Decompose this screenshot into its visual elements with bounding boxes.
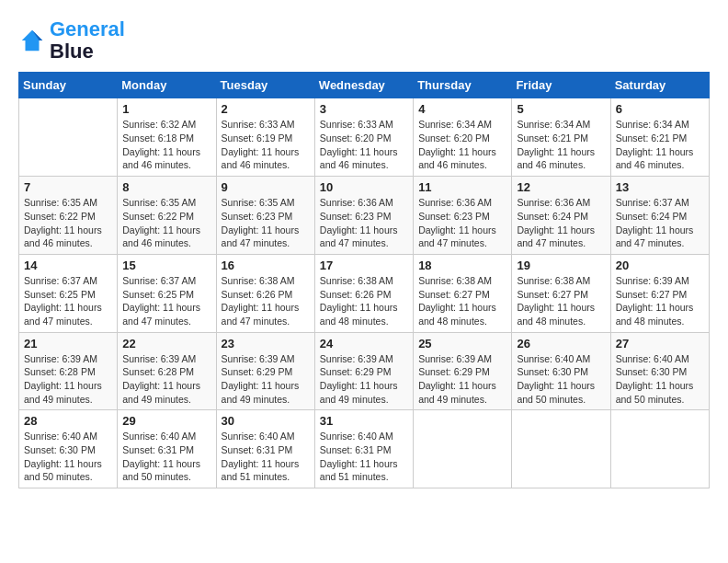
day-cell: 17Sunrise: 6:38 AM Sunset: 6:26 PM Dayli… bbox=[314, 254, 413, 332]
day-info: Sunrise: 6:39 AM Sunset: 6:28 PM Dayligh… bbox=[24, 352, 112, 407]
day-info: Sunrise: 6:37 AM Sunset: 6:25 PM Dayligh… bbox=[24, 274, 112, 328]
day-number: 10 bbox=[320, 180, 408, 194]
day-number: 19 bbox=[517, 259, 605, 272]
day-header-tuesday: Tuesday bbox=[216, 73, 314, 98]
day-cell bbox=[610, 410, 709, 488]
day-info: Sunrise: 6:40 AM Sunset: 6:31 PM Dayligh… bbox=[222, 430, 310, 484]
day-number: 30 bbox=[222, 414, 310, 428]
day-cell: 22Sunrise: 6:39 AM Sunset: 6:28 PM Dayli… bbox=[118, 332, 216, 410]
day-cell: 4Sunrise: 6:34 AM Sunset: 6:20 PM Daylig… bbox=[414, 98, 512, 177]
day-number: 14 bbox=[24, 259, 112, 272]
day-number: 23 bbox=[222, 337, 310, 350]
day-info: Sunrise: 6:40 AM Sunset: 6:30 PM Dayligh… bbox=[517, 352, 605, 407]
day-number: 11 bbox=[418, 180, 506, 194]
day-cell: 10Sunrise: 6:36 AM Sunset: 6:23 PM Dayli… bbox=[314, 177, 413, 255]
day-number: 15 bbox=[122, 259, 210, 272]
day-info: Sunrise: 6:34 AM Sunset: 6:21 PM Dayligh… bbox=[616, 118, 704, 172]
day-number: 22 bbox=[122, 337, 210, 350]
day-cell: 18Sunrise: 6:38 AM Sunset: 6:27 PM Dayli… bbox=[414, 254, 512, 332]
day-info: Sunrise: 6:39 AM Sunset: 6:29 PM Dayligh… bbox=[418, 352, 506, 407]
day-number: 7 bbox=[24, 180, 112, 194]
day-number: 20 bbox=[616, 259, 704, 272]
day-number: 3 bbox=[320, 102, 408, 116]
day-cell: 26Sunrise: 6:40 AM Sunset: 6:30 PM Dayli… bbox=[512, 332, 610, 410]
day-number: 17 bbox=[320, 259, 408, 272]
day-number: 31 bbox=[320, 414, 408, 428]
day-number: 24 bbox=[320, 337, 408, 350]
day-cell: 13Sunrise: 6:37 AM Sunset: 6:24 PM Dayli… bbox=[610, 177, 709, 255]
day-info: Sunrise: 6:33 AM Sunset: 6:20 PM Dayligh… bbox=[320, 118, 408, 172]
day-cell: 21Sunrise: 6:39 AM Sunset: 6:28 PM Dayli… bbox=[19, 332, 118, 410]
day-info: Sunrise: 6:36 AM Sunset: 6:23 PM Dayligh… bbox=[418, 196, 506, 250]
day-number: 25 bbox=[418, 337, 506, 350]
day-info: Sunrise: 6:38 AM Sunset: 6:26 PM Dayligh… bbox=[222, 274, 310, 328]
day-cell: 28Sunrise: 6:40 AM Sunset: 6:30 PM Dayli… bbox=[19, 410, 118, 488]
day-cell: 11Sunrise: 6:36 AM Sunset: 6:23 PM Dayli… bbox=[414, 177, 512, 255]
day-info: Sunrise: 6:33 AM Sunset: 6:19 PM Dayligh… bbox=[222, 118, 310, 172]
day-cell: 20Sunrise: 6:39 AM Sunset: 6:27 PM Dayli… bbox=[610, 254, 709, 332]
day-number: 16 bbox=[222, 259, 310, 272]
day-header-thursday: Thursday bbox=[414, 73, 512, 98]
day-info: Sunrise: 6:36 AM Sunset: 6:23 PM Dayligh… bbox=[320, 196, 408, 250]
day-number: 1 bbox=[122, 102, 210, 116]
day-cell: 19Sunrise: 6:38 AM Sunset: 6:27 PM Dayli… bbox=[512, 254, 610, 332]
week-row-2: 7Sunrise: 6:35 AM Sunset: 6:22 PM Daylig… bbox=[19, 177, 710, 255]
day-info: Sunrise: 6:38 AM Sunset: 6:27 PM Dayligh… bbox=[517, 274, 605, 328]
day-info: Sunrise: 6:38 AM Sunset: 6:26 PM Dayligh… bbox=[320, 274, 408, 328]
day-info: Sunrise: 6:35 AM Sunset: 6:23 PM Dayligh… bbox=[222, 196, 310, 250]
calendar-table: SundayMondayTuesdayWednesdayThursdayFrid… bbox=[18, 72, 710, 488]
day-number: 27 bbox=[616, 337, 704, 350]
day-header-wednesday: Wednesday bbox=[314, 73, 413, 98]
week-row-3: 14Sunrise: 6:37 AM Sunset: 6:25 PM Dayli… bbox=[19, 254, 710, 332]
day-cell: 14Sunrise: 6:37 AM Sunset: 6:25 PM Dayli… bbox=[19, 254, 118, 332]
day-info: Sunrise: 6:39 AM Sunset: 6:29 PM Dayligh… bbox=[222, 352, 310, 407]
day-number: 6 bbox=[616, 102, 704, 116]
day-cell: 15Sunrise: 6:37 AM Sunset: 6:25 PM Dayli… bbox=[118, 254, 216, 332]
day-info: Sunrise: 6:35 AM Sunset: 6:22 PM Dayligh… bbox=[122, 196, 210, 250]
day-info: Sunrise: 6:40 AM Sunset: 6:30 PM Dayligh… bbox=[24, 430, 112, 484]
day-cell: 31Sunrise: 6:40 AM Sunset: 6:31 PM Dayli… bbox=[314, 410, 413, 488]
day-cell: 3Sunrise: 6:33 AM Sunset: 6:20 PM Daylig… bbox=[314, 98, 413, 177]
week-row-4: 21Sunrise: 6:39 AM Sunset: 6:28 PM Dayli… bbox=[19, 332, 710, 410]
day-cell bbox=[414, 410, 512, 488]
day-number: 21 bbox=[24, 337, 112, 350]
day-cell: 1Sunrise: 6:32 AM Sunset: 6:18 PM Daylig… bbox=[118, 98, 216, 177]
day-cell: 30Sunrise: 6:40 AM Sunset: 6:31 PM Dayli… bbox=[216, 410, 314, 488]
logo-icon bbox=[18, 27, 46, 54]
day-info: Sunrise: 6:34 AM Sunset: 6:20 PM Dayligh… bbox=[418, 118, 506, 172]
day-cell: 8Sunrise: 6:35 AM Sunset: 6:22 PM Daylig… bbox=[118, 177, 216, 255]
day-number: 5 bbox=[517, 102, 605, 116]
day-number: 28 bbox=[24, 414, 112, 428]
day-info: Sunrise: 6:39 AM Sunset: 6:28 PM Dayligh… bbox=[122, 352, 210, 407]
week-row-1: 1Sunrise: 6:32 AM Sunset: 6:18 PM Daylig… bbox=[19, 98, 710, 177]
day-info: Sunrise: 6:34 AM Sunset: 6:21 PM Dayligh… bbox=[517, 118, 605, 172]
day-header-monday: Monday bbox=[118, 73, 216, 98]
day-info: Sunrise: 6:39 AM Sunset: 6:29 PM Dayligh… bbox=[320, 352, 408, 407]
day-number: 26 bbox=[517, 337, 605, 350]
day-number: 2 bbox=[222, 102, 310, 116]
day-cell: 6Sunrise: 6:34 AM Sunset: 6:21 PM Daylig… bbox=[610, 98, 709, 177]
week-row-5: 28Sunrise: 6:40 AM Sunset: 6:30 PM Dayli… bbox=[19, 410, 710, 488]
day-info: Sunrise: 6:39 AM Sunset: 6:27 PM Dayligh… bbox=[616, 274, 704, 328]
day-number: 18 bbox=[418, 259, 506, 272]
day-header-friday: Friday bbox=[512, 73, 610, 98]
day-cell: 16Sunrise: 6:38 AM Sunset: 6:26 PM Dayli… bbox=[216, 254, 314, 332]
logo-text: General Blue bbox=[50, 18, 125, 63]
day-cell: 27Sunrise: 6:40 AM Sunset: 6:30 PM Dayli… bbox=[610, 332, 709, 410]
day-cell: 7Sunrise: 6:35 AM Sunset: 6:22 PM Daylig… bbox=[19, 177, 118, 255]
day-cell: 12Sunrise: 6:36 AM Sunset: 6:24 PM Dayli… bbox=[512, 177, 610, 255]
day-number: 9 bbox=[222, 180, 310, 194]
day-header-saturday: Saturday bbox=[610, 73, 709, 98]
day-number: 8 bbox=[122, 180, 210, 194]
day-header-sunday: Sunday bbox=[19, 73, 118, 98]
day-number: 13 bbox=[616, 180, 704, 194]
days-header-row: SundayMondayTuesdayWednesdayThursdayFrid… bbox=[19, 73, 710, 98]
day-cell: 24Sunrise: 6:39 AM Sunset: 6:29 PM Dayli… bbox=[314, 332, 413, 410]
day-info: Sunrise: 6:38 AM Sunset: 6:27 PM Dayligh… bbox=[418, 274, 506, 328]
day-cell: 29Sunrise: 6:40 AM Sunset: 6:31 PM Dayli… bbox=[118, 410, 216, 488]
day-cell: 5Sunrise: 6:34 AM Sunset: 6:21 PM Daylig… bbox=[512, 98, 610, 177]
day-info: Sunrise: 6:35 AM Sunset: 6:22 PM Dayligh… bbox=[24, 196, 112, 250]
day-cell bbox=[19, 98, 118, 177]
day-cell: 9Sunrise: 6:35 AM Sunset: 6:23 PM Daylig… bbox=[216, 177, 314, 255]
day-info: Sunrise: 6:40 AM Sunset: 6:31 PM Dayligh… bbox=[122, 430, 210, 484]
